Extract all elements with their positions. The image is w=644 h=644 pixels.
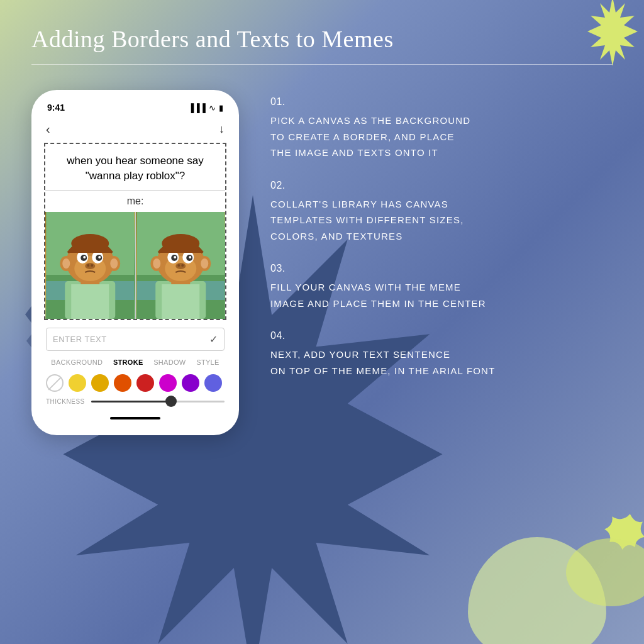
slider-thumb[interactable]	[165, 396, 177, 407]
instruction-item-3: 03. FILL YOUR CANVAS WITH THE MEMEIMAGE …	[270, 263, 613, 311]
color-blue[interactable]	[204, 374, 222, 392]
svg-rect-31	[162, 284, 199, 319]
meme-image-left	[45, 212, 136, 319]
text-input-placeholder: ENTER TEXT	[53, 335, 204, 344]
svg-point-26	[71, 234, 109, 253]
svg-point-14	[62, 258, 70, 269]
svg-point-43	[174, 256, 176, 258]
svg-point-24	[87, 264, 89, 267]
tab-stroke[interactable]: STROKE	[113, 358, 143, 366]
main-layout: 9:41 ▐▐▐ ∿ ▮ ‹ ↓ when you hear someone s…	[31, 90, 613, 435]
color-magenta[interactable]	[159, 374, 177, 392]
tab-row: BACKGROUND STROKE SHADOW STYLE	[46, 356, 225, 371]
instruction-item-4: 04. NEXT, ADD YOUR TEXT SENTENCEON TOP O…	[270, 330, 613, 379]
instructions-panel: 01. PICK A CANVAS AS THE BACKGROUNDTO CR…	[270, 90, 613, 397]
meme-area: when you hear someone say "wanna play ro…	[44, 143, 226, 320]
instruction-item-1: 01. PICK A CANVAS AS THE BACKGROUNDTO CR…	[270, 96, 613, 161]
svg-point-45	[175, 263, 186, 269]
thickness-slider[interactable]	[91, 401, 225, 402]
color-yellow[interactable]	[91, 374, 109, 392]
thickness-row: THICKNESS	[46, 397, 225, 406]
instruction-number-4: 04.	[270, 330, 613, 341]
meme-text-top: when you hear someone say "wanna play ro…	[45, 144, 225, 191]
phone-status-bar: 9:41 ▐▐▐ ∿ ▮	[41, 99, 230, 119]
svg-point-37	[201, 258, 208, 269]
instruction-number-3: 03.	[270, 263, 613, 274]
svg-point-23	[85, 263, 95, 269]
svg-point-44	[189, 256, 191, 258]
check-icon[interactable]: ✓	[209, 333, 218, 345]
color-red[interactable]	[136, 374, 154, 392]
svg-point-36	[153, 258, 160, 269]
back-button[interactable]: ‹	[46, 122, 50, 136]
svg-rect-9	[71, 284, 109, 319]
svg-point-47	[181, 264, 184, 267]
color-row	[46, 371, 225, 397]
color-none[interactable]	[46, 374, 64, 392]
phone-status-icons: ▐▐▐ ∿ ▮	[188, 103, 223, 113]
phone-home-bar	[110, 417, 160, 419]
download-button[interactable]: ↓	[219, 123, 225, 136]
meme-image-right	[136, 212, 226, 319]
svg-point-46	[177, 264, 180, 267]
phone-container: 9:41 ▐▐▐ ∿ ▮ ‹ ↓ when you hear someone s…	[31, 90, 239, 435]
thickness-label: THICKNESS	[46, 398, 85, 405]
signal-icon: ▐▐▐	[188, 103, 206, 113]
phone-time: 9:41	[47, 103, 65, 113]
text-input-row[interactable]: ENTER TEXT ✓	[46, 328, 225, 351]
instruction-text-3: FILL YOUR CANVAS WITH THE MEMEIMAGE AND …	[270, 279, 613, 311]
meme-images	[45, 212, 225, 319]
battery-icon: ▮	[219, 103, 223, 113]
svg-point-21	[83, 256, 86, 258]
color-orange[interactable]	[114, 374, 131, 392]
instruction-item-2: 02. COLLART'S LIBRARY HAS CANVASTEMPLATE…	[270, 180, 613, 245]
app-header: ‹ ↓	[41, 119, 230, 143]
instruction-text-2: COLLART'S LIBRARY HAS CANVASTEMPLATES WI…	[270, 196, 613, 245]
meme-text-me: me:	[45, 191, 225, 212]
instruction-number-2: 02.	[270, 180, 613, 191]
instruction-text-1: PICK A CANVAS AS THE BACKGROUNDTO CREATE…	[270, 113, 613, 161]
page-title: Adding Borders and Texts to Memes	[31, 25, 613, 53]
svg-point-48	[162, 234, 199, 253]
header-divider	[31, 64, 613, 65]
toolbar: ENTER TEXT ✓ BACKGROUND STROKE SHADOW ST…	[41, 320, 230, 409]
phone-mockup: 9:41 ▐▐▐ ∿ ▮ ‹ ↓ when you hear someone s…	[31, 90, 239, 435]
svg-point-22	[98, 256, 101, 258]
color-purple[interactable]	[182, 374, 199, 392]
instruction-number-1: 01.	[270, 96, 613, 108]
tab-style[interactable]: STYLE	[196, 358, 219, 366]
instruction-text-4: NEXT, ADD YOUR TEXT SENTENCEON TOP OF TH…	[270, 347, 613, 379]
svg-point-15	[110, 258, 118, 269]
wifi-icon: ∿	[209, 103, 216, 113]
tab-shadow[interactable]: SHADOW	[153, 358, 186, 366]
tab-background[interactable]: BACKGROUND	[51, 358, 103, 366]
color-yellow-light[interactable]	[69, 374, 86, 392]
svg-point-25	[91, 264, 93, 267]
